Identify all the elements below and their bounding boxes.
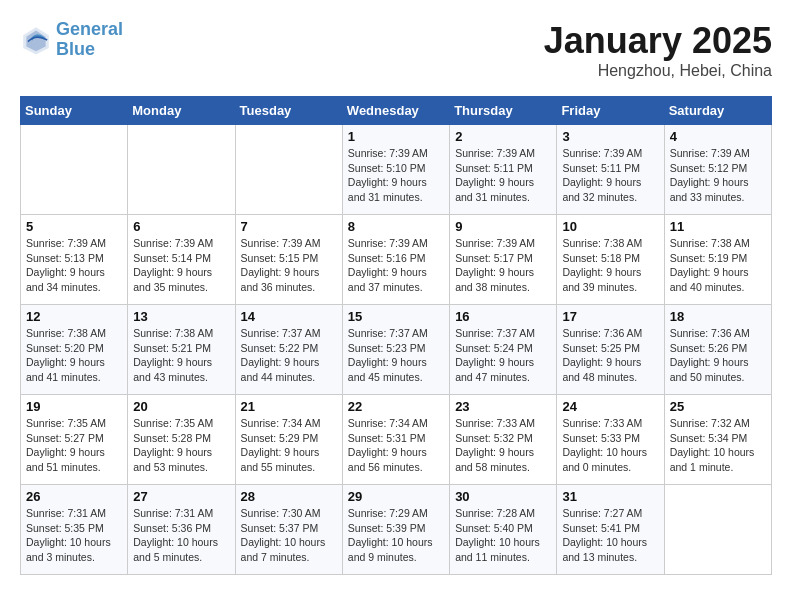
day-detail: Sunrise: 7:35 AM Sunset: 5:28 PM Dayligh…	[133, 416, 229, 475]
day-detail: Sunrise: 7:37 AM Sunset: 5:22 PM Dayligh…	[241, 326, 337, 385]
day-number: 13	[133, 309, 229, 324]
day-detail: Sunrise: 7:31 AM Sunset: 5:35 PM Dayligh…	[26, 506, 122, 565]
day-detail: Sunrise: 7:38 AM Sunset: 5:18 PM Dayligh…	[562, 236, 658, 295]
calendar-header-row: SundayMondayTuesdayWednesdayThursdayFrid…	[21, 97, 772, 125]
week-row-2: 5Sunrise: 7:39 AM Sunset: 5:13 PM Daylig…	[21, 215, 772, 305]
day-cell-4: 4Sunrise: 7:39 AM Sunset: 5:12 PM Daylig…	[664, 125, 771, 215]
day-detail: Sunrise: 7:36 AM Sunset: 5:25 PM Dayligh…	[562, 326, 658, 385]
day-detail: Sunrise: 7:31 AM Sunset: 5:36 PM Dayligh…	[133, 506, 229, 565]
day-cell-3: 3Sunrise: 7:39 AM Sunset: 5:11 PM Daylig…	[557, 125, 664, 215]
day-cell-12: 12Sunrise: 7:38 AM Sunset: 5:20 PM Dayli…	[21, 305, 128, 395]
day-cell-31: 31Sunrise: 7:27 AM Sunset: 5:41 PM Dayli…	[557, 485, 664, 575]
header-thursday: Thursday	[450, 97, 557, 125]
day-detail: Sunrise: 7:39 AM Sunset: 5:13 PM Dayligh…	[26, 236, 122, 295]
logo-text: General Blue	[56, 20, 123, 60]
day-number: 16	[455, 309, 551, 324]
day-detail: Sunrise: 7:37 AM Sunset: 5:24 PM Dayligh…	[455, 326, 551, 385]
day-number: 25	[670, 399, 766, 414]
header-friday: Friday	[557, 97, 664, 125]
calendar-table: SundayMondayTuesdayWednesdayThursdayFrid…	[20, 96, 772, 575]
header-saturday: Saturday	[664, 97, 771, 125]
day-number: 22	[348, 399, 444, 414]
day-detail: Sunrise: 7:39 AM Sunset: 5:11 PM Dayligh…	[562, 146, 658, 205]
day-cell-26: 26Sunrise: 7:31 AM Sunset: 5:35 PM Dayli…	[21, 485, 128, 575]
day-number: 10	[562, 219, 658, 234]
day-number: 4	[670, 129, 766, 144]
day-number: 29	[348, 489, 444, 504]
day-cell-27: 27Sunrise: 7:31 AM Sunset: 5:36 PM Dayli…	[128, 485, 235, 575]
day-cell-8: 8Sunrise: 7:39 AM Sunset: 5:16 PM Daylig…	[342, 215, 449, 305]
day-number: 23	[455, 399, 551, 414]
week-row-1: 1Sunrise: 7:39 AM Sunset: 5:10 PM Daylig…	[21, 125, 772, 215]
day-cell-24: 24Sunrise: 7:33 AM Sunset: 5:33 PM Dayli…	[557, 395, 664, 485]
day-number: 31	[562, 489, 658, 504]
day-detail: Sunrise: 7:34 AM Sunset: 5:29 PM Dayligh…	[241, 416, 337, 475]
day-cell-11: 11Sunrise: 7:38 AM Sunset: 5:19 PM Dayli…	[664, 215, 771, 305]
day-detail: Sunrise: 7:39 AM Sunset: 5:14 PM Dayligh…	[133, 236, 229, 295]
day-detail: Sunrise: 7:35 AM Sunset: 5:27 PM Dayligh…	[26, 416, 122, 475]
day-detail: Sunrise: 7:30 AM Sunset: 5:37 PM Dayligh…	[241, 506, 337, 565]
day-cell-9: 9Sunrise: 7:39 AM Sunset: 5:17 PM Daylig…	[450, 215, 557, 305]
day-cell-19: 19Sunrise: 7:35 AM Sunset: 5:27 PM Dayli…	[21, 395, 128, 485]
week-row-5: 26Sunrise: 7:31 AM Sunset: 5:35 PM Dayli…	[21, 485, 772, 575]
day-detail: Sunrise: 7:39 AM Sunset: 5:15 PM Dayligh…	[241, 236, 337, 295]
day-detail: Sunrise: 7:28 AM Sunset: 5:40 PM Dayligh…	[455, 506, 551, 565]
day-detail: Sunrise: 7:38 AM Sunset: 5:20 PM Dayligh…	[26, 326, 122, 385]
empty-cell	[235, 125, 342, 215]
header-monday: Monday	[128, 97, 235, 125]
day-cell-16: 16Sunrise: 7:37 AM Sunset: 5:24 PM Dayli…	[450, 305, 557, 395]
day-cell-25: 25Sunrise: 7:32 AM Sunset: 5:34 PM Dayli…	[664, 395, 771, 485]
day-number: 26	[26, 489, 122, 504]
day-number: 18	[670, 309, 766, 324]
day-cell-17: 17Sunrise: 7:36 AM Sunset: 5:25 PM Dayli…	[557, 305, 664, 395]
day-number: 15	[348, 309, 444, 324]
day-number: 14	[241, 309, 337, 324]
day-cell-30: 30Sunrise: 7:28 AM Sunset: 5:40 PM Dayli…	[450, 485, 557, 575]
day-detail: Sunrise: 7:37 AM Sunset: 5:23 PM Dayligh…	[348, 326, 444, 385]
day-detail: Sunrise: 7:33 AM Sunset: 5:32 PM Dayligh…	[455, 416, 551, 475]
day-number: 17	[562, 309, 658, 324]
day-cell-15: 15Sunrise: 7:37 AM Sunset: 5:23 PM Dayli…	[342, 305, 449, 395]
day-number: 28	[241, 489, 337, 504]
day-cell-10: 10Sunrise: 7:38 AM Sunset: 5:18 PM Dayli…	[557, 215, 664, 305]
logo: General Blue	[20, 20, 123, 60]
day-detail: Sunrise: 7:39 AM Sunset: 5:12 PM Dayligh…	[670, 146, 766, 205]
day-number: 19	[26, 399, 122, 414]
empty-cell	[21, 125, 128, 215]
day-number: 27	[133, 489, 229, 504]
header-wednesday: Wednesday	[342, 97, 449, 125]
week-row-4: 19Sunrise: 7:35 AM Sunset: 5:27 PM Dayli…	[21, 395, 772, 485]
day-number: 1	[348, 129, 444, 144]
calendar-subtitle: Hengzhou, Hebei, China	[544, 62, 772, 80]
day-number: 20	[133, 399, 229, 414]
title-block: January 2025 Hengzhou, Hebei, China	[544, 20, 772, 80]
day-cell-6: 6Sunrise: 7:39 AM Sunset: 5:14 PM Daylig…	[128, 215, 235, 305]
day-number: 30	[455, 489, 551, 504]
day-detail: Sunrise: 7:29 AM Sunset: 5:39 PM Dayligh…	[348, 506, 444, 565]
day-cell-23: 23Sunrise: 7:33 AM Sunset: 5:32 PM Dayli…	[450, 395, 557, 485]
day-number: 7	[241, 219, 337, 234]
day-number: 3	[562, 129, 658, 144]
day-number: 9	[455, 219, 551, 234]
day-detail: Sunrise: 7:39 AM Sunset: 5:17 PM Dayligh…	[455, 236, 551, 295]
day-number: 24	[562, 399, 658, 414]
day-cell-13: 13Sunrise: 7:38 AM Sunset: 5:21 PM Dayli…	[128, 305, 235, 395]
logo-icon	[20, 24, 52, 56]
day-number: 5	[26, 219, 122, 234]
day-cell-14: 14Sunrise: 7:37 AM Sunset: 5:22 PM Dayli…	[235, 305, 342, 395]
day-detail: Sunrise: 7:38 AM Sunset: 5:19 PM Dayligh…	[670, 236, 766, 295]
day-cell-1: 1Sunrise: 7:39 AM Sunset: 5:10 PM Daylig…	[342, 125, 449, 215]
day-detail: Sunrise: 7:38 AM Sunset: 5:21 PM Dayligh…	[133, 326, 229, 385]
empty-cell	[664, 485, 771, 575]
day-cell-20: 20Sunrise: 7:35 AM Sunset: 5:28 PM Dayli…	[128, 395, 235, 485]
header-tuesday: Tuesday	[235, 97, 342, 125]
day-detail: Sunrise: 7:36 AM Sunset: 5:26 PM Dayligh…	[670, 326, 766, 385]
day-detail: Sunrise: 7:27 AM Sunset: 5:41 PM Dayligh…	[562, 506, 658, 565]
header-sunday: Sunday	[21, 97, 128, 125]
day-number: 8	[348, 219, 444, 234]
page-header: General Blue January 2025 Hengzhou, Hebe…	[20, 20, 772, 80]
day-number: 6	[133, 219, 229, 234]
day-detail: Sunrise: 7:39 AM Sunset: 5:16 PM Dayligh…	[348, 236, 444, 295]
week-row-3: 12Sunrise: 7:38 AM Sunset: 5:20 PM Dayli…	[21, 305, 772, 395]
day-cell-29: 29Sunrise: 7:29 AM Sunset: 5:39 PM Dayli…	[342, 485, 449, 575]
